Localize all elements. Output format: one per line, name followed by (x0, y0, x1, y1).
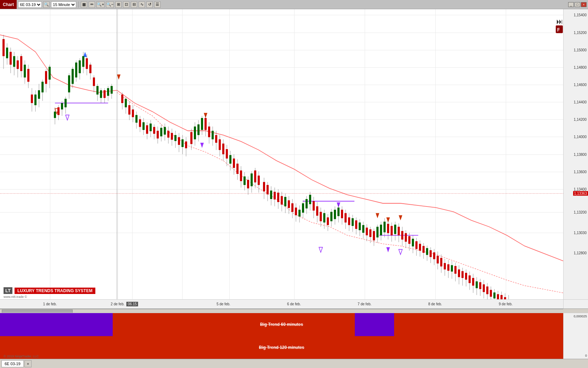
export-button[interactable]: ⊡ (123, 1, 129, 8)
title-bar: Chart 6E 03-19 🔍 15 Minute ▦ ✏ 🔍+ 🔍− ⊞ ⊡… (0, 0, 588, 9)
grid-button[interactable]: ⊞ (115, 1, 122, 8)
tab-6e-03-19[interactable]: 6E 03-19 (1, 360, 24, 367)
svg-rect-211 (387, 224, 389, 233)
draw-button[interactable]: ✏ (89, 1, 95, 8)
svg-rect-151 (281, 196, 283, 205)
svg-rect-229 (419, 244, 421, 250)
panel-60-label: Big Trend 60 minutes (260, 322, 303, 327)
instrument-selector[interactable]: 6E 03-19 (18, 1, 42, 8)
tab-label: 6E 03-19 (5, 362, 21, 366)
refresh-button[interactable]: ↺ (146, 1, 153, 8)
svg-rect-247 (451, 265, 453, 272)
zoom-out-button[interactable]: 🔍− (106, 1, 114, 8)
add-tab-icon: + (27, 362, 29, 366)
signal-up-7 (399, 249, 402, 254)
svg-rect-169 (313, 201, 315, 210)
signal-down-2 (117, 74, 121, 79)
lt-subtitle: www.nt8.trade © (4, 295, 27, 299)
svg-rect-219 (401, 231, 403, 239)
chart-type-button[interactable]: ▦ (81, 1, 87, 8)
svg-rect-159 (295, 208, 297, 215)
close-button[interactable]: × (581, 2, 587, 7)
svg-rect-245 (447, 264, 449, 271)
zoom-in-button[interactable]: 🔍+ (96, 1, 104, 8)
chart-container: 1,15400 1,15200 1,15000 1,14800 1,14600 … (0, 9, 588, 359)
svg-rect-215 (394, 225, 396, 234)
minimize-button[interactable]: _ (568, 2, 574, 7)
svg-rect-125 (233, 159, 235, 168)
svg-rect-147 (274, 192, 276, 199)
svg-rect-145 (270, 191, 272, 199)
purple-block-60-1 (0, 313, 113, 336)
svg-rect-157 (291, 203, 293, 212)
maximize-button[interactable]: □ (575, 2, 580, 7)
tab-bar: 6E 03-19 + (0, 359, 588, 368)
svg-rect-193 (355, 220, 357, 229)
svg-rect-133 (247, 180, 249, 188)
settings-button[interactable]: ☰ (154, 1, 161, 8)
nt8-copyright: © 2019 NinjaTrader, LLC (4, 355, 39, 358)
svg-rect-89 (167, 131, 169, 137)
svg-rect-87 (164, 127, 166, 135)
svg-rect-25 (45, 71, 47, 84)
svg-rect-23 (41, 82, 44, 92)
svg-rect-27 (49, 67, 51, 80)
svg-rect-111 (208, 126, 210, 137)
indicators-button[interactable]: ∿ (139, 1, 145, 8)
h-scrollbar[interactable] (0, 308, 588, 313)
svg-rect-187 (345, 213, 347, 222)
signal-up-3 (200, 143, 204, 148)
svg-rect-255 (465, 273, 467, 279)
svg-rect-47 (86, 58, 88, 69)
replay-button[interactable]: ⊟ (131, 1, 137, 8)
date-axis-right-spacer (563, 300, 588, 308)
price-label-13400: 1,13400 (574, 187, 587, 191)
main-chart[interactable]: 1,15400 1,15200 1,15000 1,14800 1,14600 … (0, 9, 588, 299)
svg-rect-129 (240, 170, 242, 181)
window-controls: _ □ × (568, 2, 588, 7)
date-label-2feb: 2 de feb. (111, 302, 124, 306)
svg-rect-11 (20, 56, 22, 71)
svg-rect-29 (54, 112, 56, 118)
svg-rect-127 (236, 164, 239, 174)
svg-rect-69 (132, 109, 134, 117)
svg-rect-55 (100, 90, 102, 98)
svg-rect-261 (476, 281, 478, 288)
price-label-15000: 1,15000 (574, 48, 587, 52)
svg-rect-65 (125, 99, 127, 107)
candlestick-chart: ⏭ F F (0, 9, 563, 299)
purple-block-60-2 (355, 313, 394, 336)
svg-rect-177 (327, 217, 329, 225)
svg-rect-73 (139, 119, 141, 127)
svg-rect-43 (79, 61, 81, 73)
signal-down-6 (399, 215, 402, 220)
svg-rect-139 (258, 176, 260, 185)
svg-rect-57 (103, 90, 106, 98)
date-label-9feb: 9 de feb. (499, 302, 513, 306)
chart-menu[interactable]: Chart (0, 0, 17, 9)
svg-rect-85 (160, 128, 162, 136)
price-label-15400: 1,15400 (574, 13, 587, 17)
add-tab-button[interactable]: + (24, 360, 32, 367)
lt-title: LUXURY TRENDS TRADING SYSTEM (15, 288, 95, 294)
svg-rect-143 (267, 185, 269, 194)
search-button[interactable]: 🔍 (43, 1, 50, 8)
skip-to-end-icon: ⏭ (556, 17, 563, 26)
svg-rect-221 (405, 233, 407, 242)
chart-menu-label: Chart (3, 2, 14, 7)
svg-rect-7 (13, 56, 15, 67)
price-label-13030: 1,13030 (574, 231, 587, 234)
svg-rect-19 (34, 95, 37, 105)
timeframe-selector[interactable]: 15 Minute (51, 1, 76, 8)
svg-rect-201 (369, 229, 371, 237)
svg-rect-185 (341, 210, 343, 218)
svg-rect-79 (150, 124, 152, 131)
svg-rect-225 (412, 239, 414, 247)
signal-up-5 (319, 247, 323, 252)
svg-rect-153 (284, 197, 286, 206)
svg-rect-141 (263, 182, 265, 191)
svg-rect-269 (490, 290, 492, 297)
svg-rect-101 (190, 132, 192, 144)
svg-rect-37 (68, 75, 70, 92)
indicator-panels: Big Trend 60 minutes Big Trend 120 minut… (0, 313, 588, 359)
